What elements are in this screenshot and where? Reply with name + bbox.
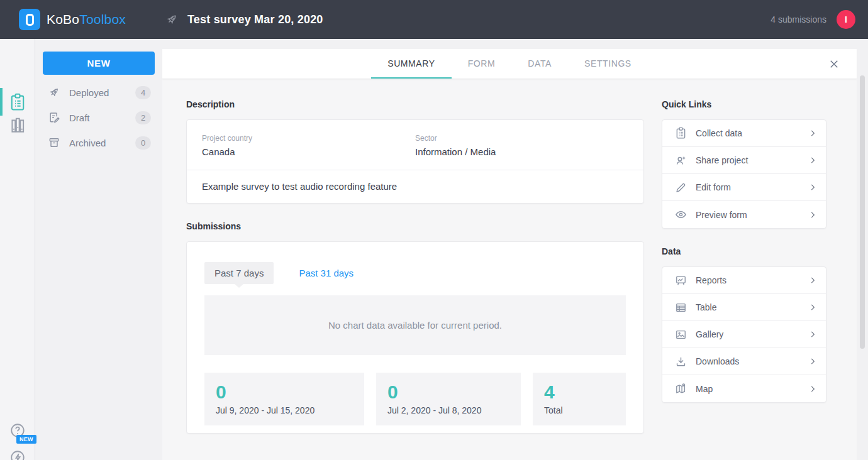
- link-gallery[interactable]: Gallery: [662, 321, 826, 348]
- tab-summary[interactable]: SUMMARY: [371, 49, 452, 79]
- brand-toolbox: Toolbox: [79, 12, 126, 26]
- app-header: KoBoToolbox Test survey Mar 20, 2020 4 s…: [0, 0, 868, 39]
- chevron-right-icon: [808, 156, 817, 165]
- submissions-card: Past 7 days Past 31 days No chart data a…: [186, 241, 644, 434]
- kobo-logo[interactable]: KoBoToolbox: [19, 9, 126, 30]
- quick-links-card: Collect data Share project: [662, 119, 826, 229]
- link-map[interactable]: Map: [662, 375, 826, 402]
- count-badge: 2: [135, 111, 151, 124]
- avatar[interactable]: I: [837, 10, 855, 29]
- link-reports[interactable]: Reports: [662, 267, 826, 294]
- chevron-right-icon: [808, 385, 817, 393]
- kobo-logo-icon: [19, 9, 40, 30]
- map-icon: [675, 383, 687, 395]
- chart-empty-state: No chart data available for current peri…: [204, 295, 626, 355]
- projects-clipboard-icon[interactable]: [0, 93, 35, 112]
- chevron-right-icon: [808, 211, 817, 219]
- sidebar-item-archived[interactable]: Archived 0: [35, 130, 162, 155]
- range-tab-past-7-days[interactable]: Past 7 days: [204, 262, 274, 284]
- clipboard-icon: [675, 127, 687, 140]
- sidebar-item-draft[interactable]: Draft 2: [35, 105, 162, 130]
- chevron-right-icon: [808, 303, 817, 312]
- summary-content: Description Project country Canada Secto…: [162, 79, 857, 460]
- chevron-right-icon: [808, 357, 817, 366]
- stat-week-previous: 0 Jul 2, 2020 - Jul 8, 2020: [376, 373, 521, 425]
- field-project-country: Project country Canada: [202, 134, 415, 157]
- stat-total: 4 Total: [533, 373, 626, 425]
- link-share-project[interactable]: Share project: [662, 147, 826, 174]
- chevron-right-icon: [808, 129, 817, 138]
- link-downloads[interactable]: Downloads: [662, 348, 826, 375]
- data-heading: Data: [662, 246, 826, 256]
- gallery-icon: [675, 329, 687, 341]
- power-icon[interactable]: [0, 449, 35, 460]
- sidebar-item-deployed[interactable]: Deployed 4: [35, 80, 162, 105]
- table-icon: [675, 302, 687, 314]
- main-panel: SUMMARY FORM DATA SETTINGS Description P…: [162, 49, 857, 460]
- scrollbar[interactable]: [860, 75, 865, 349]
- rocket-icon: [48, 86, 60, 99]
- quick-links-heading: Quick Links: [662, 99, 826, 109]
- sidebar-item-label: Draft: [69, 112, 90, 123]
- download-icon: [675, 356, 687, 368]
- chevron-right-icon: [808, 330, 817, 339]
- count-badge: 4: [135, 86, 151, 99]
- form-tabbar: SUMMARY FORM DATA SETTINGS: [162, 49, 857, 79]
- tab-data[interactable]: DATA: [511, 49, 568, 79]
- link-table[interactable]: Table: [662, 294, 826, 321]
- person-plus-icon: [675, 155, 687, 167]
- stat-week-current: 0 Jul 9, 2020 - Jul 15, 2020: [204, 373, 364, 425]
- data-links-card: Reports Table: [662, 266, 826, 403]
- reports-icon: [675, 275, 687, 287]
- icon-rail: NEW: [0, 39, 35, 460]
- description-text: Example survey to test audio recording f…: [187, 170, 643, 203]
- project-sidebar: NEW Deployed 4 Draft 2: [35, 39, 162, 460]
- help-new-badge: NEW: [16, 435, 36, 444]
- description-heading: Description: [186, 99, 644, 109]
- page-title: Test survey Mar 20, 2020: [187, 13, 323, 26]
- sidebar-item-label: Archived: [69, 138, 106, 148]
- deployed-rocket-icon: [165, 13, 179, 26]
- link-collect-data[interactable]: Collect data: [662, 120, 826, 147]
- new-button[interactable]: NEW: [43, 52, 155, 75]
- field-sector: Sector Information / Media: [415, 134, 628, 157]
- chevron-right-icon: [808, 276, 817, 285]
- close-icon[interactable]: [823, 49, 845, 79]
- link-preview-form[interactable]: Preview form: [662, 201, 826, 228]
- range-tab-past-31-days[interactable]: Past 31 days: [299, 268, 353, 278]
- active-tab-caret: [235, 284, 243, 288]
- submissions-heading: Submissions: [186, 221, 644, 231]
- archive-icon: [48, 136, 60, 149]
- chevron-right-icon: [808, 183, 817, 192]
- pencil-icon: [675, 182, 687, 194]
- submissions-count: 4 submissions: [771, 14, 826, 25]
- brand-kobo: KoBo: [47, 12, 79, 26]
- sidebar-item-label: Deployed: [69, 87, 109, 98]
- tab-form[interactable]: FORM: [452, 49, 512, 79]
- count-badge: 0: [135, 136, 151, 150]
- draft-icon: [48, 111, 60, 124]
- description-card: Project country Canada Sector Informatio…: [186, 119, 644, 204]
- eye-icon: [675, 209, 687, 221]
- link-edit-form[interactable]: Edit form: [662, 174, 826, 201]
- tab-settings[interactable]: SETTINGS: [568, 49, 648, 79]
- library-icon[interactable]: [0, 117, 35, 134]
